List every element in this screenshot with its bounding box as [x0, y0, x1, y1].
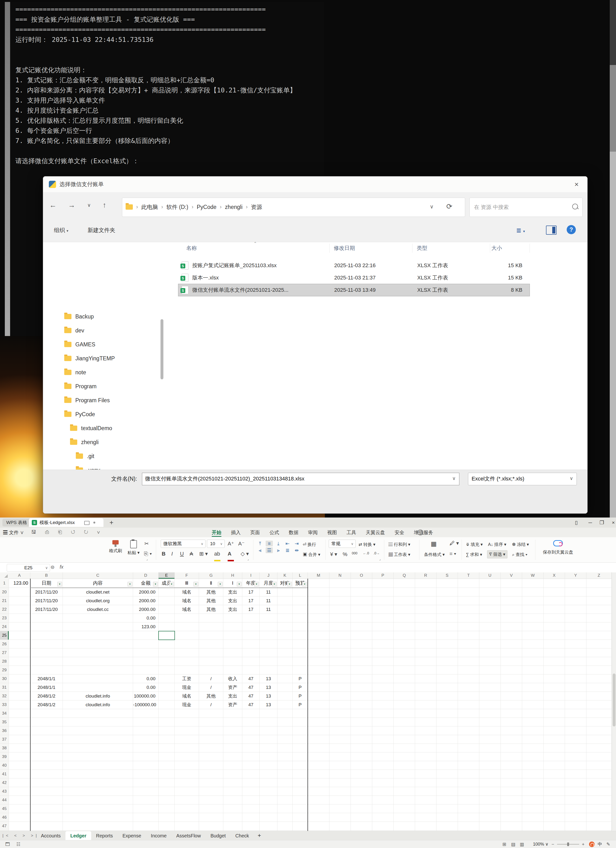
- cell-N23[interactable]: [329, 614, 351, 623]
- cell-N40[interactable]: [329, 761, 351, 770]
- cell-V20[interactable]: [501, 588, 522, 596]
- new-folder-button[interactable]: 新建文件夹: [87, 227, 115, 234]
- cell-B21[interactable]: 2017/11/20: [30, 596, 63, 605]
- cell-X46[interactable]: [543, 813, 565, 822]
- cell-K44[interactable]: [277, 796, 293, 804]
- cell-Q22[interactable]: [394, 605, 415, 614]
- cell-V43[interactable]: [501, 787, 522, 796]
- cell-Q40[interactable]: [394, 761, 415, 770]
- cell-K32[interactable]: [277, 692, 293, 700]
- cell-D43[interactable]: [133, 787, 158, 796]
- cell-X36[interactable]: [543, 726, 565, 735]
- close-icon[interactable]: ×: [608, 517, 616, 528]
- cell-Q29[interactable]: [394, 666, 415, 675]
- cell-B22[interactable]: 2017/11/20: [30, 605, 63, 614]
- cell-V40[interactable]: [501, 761, 522, 770]
- cell-E27[interactable]: [158, 648, 175, 657]
- cell-V42[interactable]: [501, 778, 522, 787]
- cell-M23[interactable]: [308, 614, 329, 623]
- cell-P24[interactable]: [372, 623, 394, 631]
- cell-G30[interactable]: /: [199, 675, 223, 683]
- cell-N36[interactable]: [329, 726, 351, 735]
- cell-X41[interactable]: [543, 770, 565, 778]
- cell-C31[interactable]: [63, 683, 133, 692]
- cell-Z41[interactable]: [586, 770, 612, 778]
- cell-R30[interactable]: [415, 675, 437, 683]
- cell-K42[interactable]: [277, 778, 293, 787]
- cell-W47[interactable]: [522, 822, 543, 830]
- cell-D30[interactable]: 0.00: [133, 675, 158, 683]
- chevron-down-icon[interactable]: ∨: [452, 475, 456, 481]
- cell-V44[interactable]: [501, 796, 522, 804]
- cell-F30[interactable]: 工资: [175, 675, 199, 683]
- cell-N21[interactable]: [329, 596, 351, 605]
- header-cell-G[interactable]: Ⅱ▾: [199, 579, 223, 588]
- cell-L22[interactable]: [293, 605, 308, 614]
- cell-H44[interactable]: [223, 796, 242, 804]
- row-header-24[interactable]: 24: [0, 623, 9, 631]
- cell-Q47[interactable]: [394, 822, 415, 830]
- cell-F20[interactable]: 域名: [175, 588, 199, 596]
- cell-F21[interactable]: 域名: [175, 596, 199, 605]
- header-cell-H[interactable]: Ⅰ▾: [223, 579, 242, 588]
- copy-icon[interactable]: ⎘ ▾: [144, 551, 152, 557]
- cell-W40[interactable]: [522, 761, 543, 770]
- cell-I39[interactable]: [242, 752, 260, 761]
- cell-T45[interactable]: [458, 804, 479, 813]
- header-cell-P[interactable]: [372, 579, 394, 588]
- cell-T43[interactable]: [458, 787, 479, 796]
- cell-A44[interactable]: [9, 796, 30, 804]
- cell-U36[interactable]: [479, 726, 501, 735]
- cell-F34[interactable]: [175, 709, 199, 718]
- row-header-42[interactable]: 42: [0, 778, 9, 787]
- cell-D21[interactable]: 2000.00: [133, 596, 158, 605]
- cell-H23[interactable]: [223, 614, 242, 623]
- cell-G43[interactable]: [199, 787, 223, 796]
- cell-M30[interactable]: [308, 675, 329, 683]
- cell-X33[interactable]: [543, 700, 565, 709]
- cell-K25[interactable]: [277, 631, 293, 640]
- cell-J35[interactable]: [260, 718, 277, 726]
- cell-C42[interactable]: [63, 778, 133, 787]
- cell-Y20[interactable]: [565, 588, 586, 596]
- cell-C29[interactable]: [63, 666, 133, 675]
- cell-Q39[interactable]: [394, 752, 415, 761]
- cell-Y36[interactable]: [565, 726, 586, 735]
- cell-G41[interactable]: [199, 770, 223, 778]
- cell-Y29[interactable]: [565, 666, 586, 675]
- cell-F31[interactable]: 现金: [175, 683, 199, 692]
- cell-E43[interactable]: [158, 787, 175, 796]
- filetype-select[interactable]: Excel文件 (*.xlsx;*.xls) ∨: [468, 473, 577, 485]
- cell-F46[interactable]: [175, 813, 199, 822]
- cell-D36[interactable]: [133, 726, 158, 735]
- cell-W38[interactable]: [522, 744, 543, 752]
- cell-H21[interactable]: 支出: [223, 596, 242, 605]
- cell-D40[interactable]: [133, 761, 158, 770]
- file-row[interactable]: 微信支付账单流水文件(20251021-2025...2025-11-03 13…: [178, 284, 530, 296]
- cell-Z30[interactable]: [586, 675, 612, 683]
- cell-X28[interactable]: [543, 657, 565, 666]
- cell-W20[interactable]: [522, 588, 543, 596]
- cell-I31[interactable]: 47: [242, 683, 260, 692]
- cell-X22[interactable]: [543, 605, 565, 614]
- cell-F41[interactable]: [175, 770, 199, 778]
- cell-Z40[interactable]: [586, 761, 612, 770]
- sidebar-item-zhengli[interactable]: zhengli: [43, 436, 173, 448]
- cell-P20[interactable]: [372, 588, 394, 596]
- cell-D37[interactable]: [133, 735, 158, 744]
- cell-Y21[interactable]: [565, 596, 586, 605]
- cell-J47[interactable]: [260, 822, 277, 830]
- breadcrumb[interactable]: ›此电脑›软件 (D:)›PyCode›zhengli›资源 ∨ ⟳: [122, 198, 465, 217]
- cell-X26[interactable]: [543, 640, 565, 648]
- cell-X39[interactable]: [543, 752, 565, 761]
- cell-X32[interactable]: [543, 692, 565, 700]
- cell-J25[interactable]: [260, 631, 277, 640]
- cell-U40[interactable]: [479, 761, 501, 770]
- cell-C34[interactable]: [63, 709, 133, 718]
- cell-I26[interactable]: [242, 640, 260, 648]
- sheet-tab-accounts[interactable]: Accounts: [36, 831, 65, 840]
- cell-H38[interactable]: [223, 744, 242, 752]
- cell-M27[interactable]: [308, 648, 329, 657]
- cell-A36[interactable]: [9, 726, 30, 735]
- filter-icon[interactable]: ▾: [153, 582, 158, 587]
